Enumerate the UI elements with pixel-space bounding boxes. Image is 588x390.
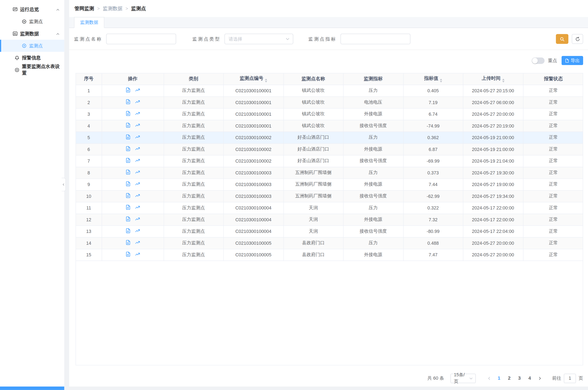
goto-prefix: 前往 (552, 375, 561, 381)
filter-indicator-label: 监测点指标 (308, 36, 337, 42)
breadcrumb-separator: > (126, 6, 128, 11)
view-trend-chart-icon[interactable] (135, 134, 140, 140)
view-trend-chart-icon[interactable] (135, 228, 140, 233)
view-trend-chart-icon[interactable] (135, 181, 140, 187)
cell-code: C0210300100004 (223, 202, 284, 214)
cell-value: 0.362 (403, 132, 463, 143)
view-trend-chart-icon[interactable] (135, 87, 140, 93)
cell-code: C0210300100001 (223, 108, 284, 120)
view-trend-chart-icon[interactable] (135, 111, 140, 116)
view-trend-chart-icon[interactable] (135, 146, 140, 151)
sidebar-group-overview[interactable]: 运行总览 (0, 3, 64, 15)
sidebar-collapse-handle[interactable] (62, 178, 66, 191)
filter-type-select[interactable]: 请选择 (224, 34, 293, 44)
cell-category: 压力监测点 (164, 237, 223, 249)
view-record-icon[interactable] (125, 134, 130, 140)
view-trend-chart-icon[interactable] (135, 169, 140, 175)
page-size-select[interactable]: 15条/页 (450, 374, 476, 383)
view-record-icon[interactable] (125, 251, 130, 257)
view-record-icon[interactable] (125, 240, 130, 245)
sort-icon[interactable] (265, 79, 267, 83)
view-record-icon[interactable] (125, 205, 130, 210)
export-button[interactable]: 导出 (562, 56, 583, 65)
view-record-icon[interactable] (125, 122, 130, 128)
view-trend-chart-icon[interactable] (135, 251, 140, 257)
table-row: 8 压力监测点 C0210300100003 五洲制药厂围墙侧 压力 0.373… (76, 167, 583, 179)
sidebar-item-monitor-point-data[interactable]: 监测点 (0, 40, 64, 52)
filter-indicator-input[interactable] (340, 34, 410, 44)
refresh-button[interactable] (572, 34, 583, 44)
view-trend-chart-icon[interactable] (135, 99, 140, 104)
page-button-3[interactable]: 3 (514, 373, 524, 384)
cell-actions (102, 226, 164, 237)
page-button-4[interactable]: 4 (524, 373, 535, 384)
view-record-icon[interactable] (125, 111, 130, 116)
cell-code: C0210300100001 (223, 85, 284, 97)
sidebar-item-alarm-info[interactable]: 报警信息 (0, 52, 64, 64)
view-record-icon[interactable] (125, 193, 130, 198)
cell-index: 13 (76, 226, 102, 237)
cell-value: 0.373 (403, 167, 463, 179)
table-row: 3 压力监测点 C0210300100001 镇武公坡坎 外接电源 6.74 2… (76, 108, 583, 120)
view-record-icon[interactable] (125, 228, 130, 233)
sidebar-item-important-meter-settings[interactable]: 重要监测点水表设置 (0, 64, 64, 76)
cell-value: 7.47 (403, 249, 463, 261)
cell-value: 0.322 (403, 202, 463, 214)
cell-upload-time: 2024-05-27 20:15:00 (463, 85, 523, 97)
col-upload-time[interactable]: 上传时间 (463, 73, 523, 85)
view-trend-chart-icon[interactable] (135, 158, 140, 163)
cell-name: 五洲制药厂围墙侧 (283, 190, 343, 202)
cell-value: 7.44 (403, 178, 463, 190)
prev-page-button[interactable] (484, 373, 494, 384)
page-button-2[interactable]: 2 (504, 373, 514, 384)
goto-page-input[interactable] (564, 374, 576, 383)
view-trend-chart-icon[interactable] (135, 205, 140, 210)
view-record-icon[interactable] (125, 169, 130, 175)
col-index: 序号 (76, 73, 102, 85)
sort-icon[interactable] (502, 79, 504, 83)
focus-toggle[interactable] (532, 57, 545, 64)
cell-index: 4 (76, 120, 102, 132)
view-trend-chart-icon[interactable] (135, 216, 140, 222)
cell-indicator: 外接电源 (343, 214, 403, 226)
sidebar-group-monitor-data[interactable]: 监测数据 (0, 28, 64, 40)
cell-upload-time: 2024-05-17 22:00:00 (463, 202, 523, 214)
breadcrumb-item-mid[interactable]: 监测数据 (103, 5, 122, 12)
cell-alarm-status: 正常 (523, 190, 583, 202)
sort-icon[interactable] (440, 79, 442, 83)
target-icon (22, 43, 27, 48)
chevron-left-icon (62, 183, 65, 186)
cell-upload-time: 2024-05-27 20:00:00 (463, 237, 523, 249)
cell-actions (102, 85, 164, 97)
page-button-1[interactable]: 1 (494, 373, 504, 384)
view-record-icon[interactable] (125, 216, 130, 222)
cell-code: C0210300100004 (223, 226, 284, 237)
cell-indicator: 压力 (343, 237, 403, 249)
cell-value: 0.405 (403, 85, 463, 97)
cell-index: 15 (76, 249, 102, 261)
view-record-icon[interactable] (125, 181, 130, 187)
next-page-button[interactable] (535, 373, 545, 384)
cell-category: 压力监测点 (164, 132, 223, 143)
cell-value: 0.488 (403, 237, 463, 249)
view-trend-chart-icon[interactable] (135, 122, 140, 128)
view-trend-chart-icon[interactable] (135, 193, 140, 198)
col-code[interactable]: 监测点编号 (223, 73, 284, 85)
breadcrumb-separator: > (97, 6, 100, 11)
sidebar-item-monitor-point-overview[interactable]: 监测点 (0, 15, 64, 27)
sidebar-bottom-bar[interactable] (0, 387, 64, 390)
sidebar-group-label: 运行总览 (20, 6, 39, 13)
cell-category: 压力监测点 (164, 249, 223, 261)
col-value[interactable]: 指标值 (403, 73, 463, 85)
view-record-icon[interactable] (125, 87, 130, 93)
sidebar-item-label: 监测点 (29, 18, 42, 25)
chevron-left-icon (487, 376, 491, 380)
view-trend-chart-icon[interactable] (135, 240, 140, 245)
filter-name-input[interactable] (106, 34, 176, 44)
search-button[interactable] (556, 34, 568, 44)
sidebar-item-label: 报警信息 (22, 55, 41, 61)
view-record-icon[interactable] (125, 99, 130, 104)
view-record-icon[interactable] (125, 158, 130, 163)
view-record-icon[interactable] (125, 146, 130, 151)
tab-monitor-data[interactable]: 监测数据 (74, 17, 104, 28)
